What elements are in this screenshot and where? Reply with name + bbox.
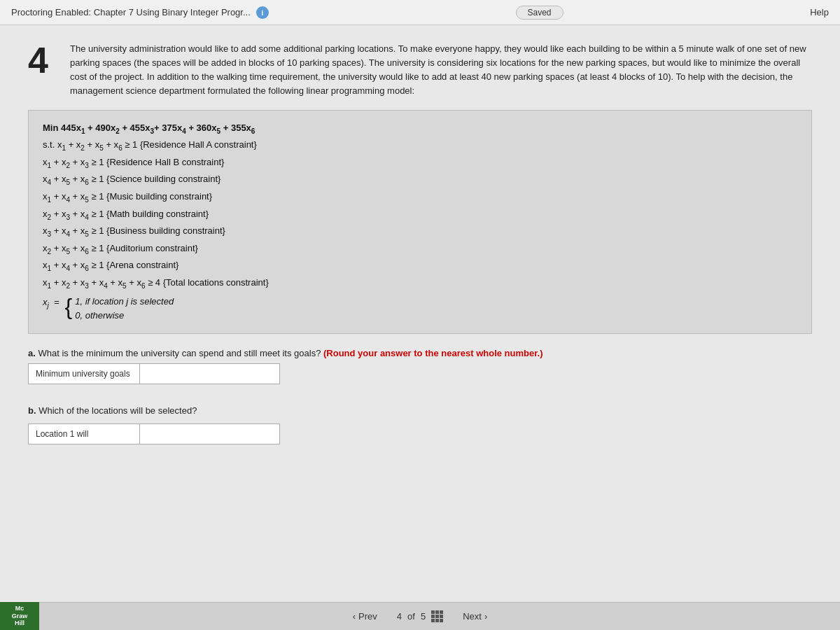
bottom-bar: Mc Graw Hill ‹ Prev 4 of 5 Next › (0, 602, 840, 630)
part-b-question: b. Which of the locations will be select… (28, 404, 812, 416)
constraint-5: x2 + x3 + x4 ≥ 1 {Math building constrai… (43, 206, 797, 223)
constraint-9: x1 + x2 + x3 + x4 + x5 + x6 ≥ 4 {Total l… (43, 275, 797, 292)
info-icon[interactable]: i (256, 6, 269, 19)
part-a-question: a. What is the minimum the university ca… (28, 346, 812, 359)
prev-label: Prev (358, 611, 377, 622)
constraint-3: x4 + x5 + x6 ≥ 1 {Science building const… (43, 172, 797, 188)
objective-line: Min 445x1 + 490x2 + 455x3+ 375x4 + 360x5… (43, 120, 797, 137)
constraint-2: x1 + x2 + x3 ≥ 1 {Residence Hall B const… (43, 155, 797, 172)
brace-line1: 1, if location j is selected (75, 295, 174, 309)
part-a-label: Minimum university goals (28, 363, 140, 384)
constraint-6: x3 + x4 + x5 ≥ 1 {Business building cons… (43, 223, 797, 240)
part-a-answer-row: Minimum university goals (28, 363, 812, 384)
constraint-4: x1 + x4 + x5 ≥ 1 {Music building constra… (43, 189, 797, 206)
brace-line2: 0, otherwise (75, 309, 174, 323)
part-b-answer-row: Location 1 will (28, 424, 812, 444)
page-title: Proctoring Enabled: Chapter 7 Using Bina… (11, 7, 251, 18)
mcgraw-hill-logo: Mc Graw Hill (0, 602, 39, 630)
page-indicator: 4 of 5 (397, 610, 443, 622)
constraint-7: x2 + x5 + x6 ≥ 1 {Auditorium constraint} (43, 241, 797, 258)
question-text: The university administration would like… (70, 42, 812, 99)
top-bar-left: Proctoring Enabled: Chapter 7 Using Bina… (11, 6, 269, 19)
next-button[interactable]: Next › (457, 608, 493, 624)
constraint-8: x1 + x4 + x6 ≥ 1 {Arena constraint} (43, 258, 797, 274)
help-link[interactable]: Help (810, 7, 829, 18)
part-b-input[interactable] (140, 424, 280, 444)
math-model: Min 445x1 + 490x2 + 455x3+ 375x4 + 360x5… (28, 110, 812, 335)
prev-button[interactable]: ‹ Prev (347, 608, 383, 624)
page-total: 5 (421, 611, 426, 622)
next-label: Next (463, 611, 482, 622)
question-number: 4 (28, 42, 56, 99)
page-current: 4 (397, 611, 402, 622)
question-header: 4 The university administration would li… (28, 42, 812, 99)
xj-definition: xj = { 1, if location j is selected 0, o… (43, 295, 797, 324)
main-content: 4 The university administration would li… (0, 25, 840, 602)
part-a-input[interactable] (140, 363, 280, 384)
saved-badge: Saved (516, 6, 564, 20)
prev-chevron-icon: ‹ (353, 611, 356, 622)
top-bar: Proctoring Enabled: Chapter 7 Using Bina… (0, 0, 840, 25)
constraint-1: s.t. x1 + x2 + x5 + x6 ≥ 1 {Residence Ha… (43, 137, 797, 154)
grid-icon (431, 610, 443, 622)
next-chevron-icon: › (484, 611, 487, 622)
part-b-label: Location 1 will (28, 424, 140, 444)
